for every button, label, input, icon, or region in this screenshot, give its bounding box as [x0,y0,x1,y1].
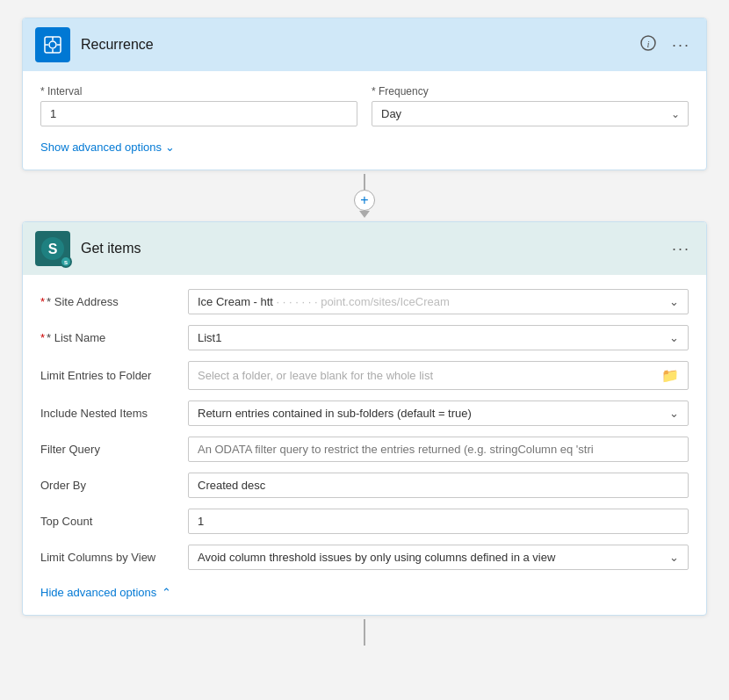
list-name-value: List1 [198,331,662,344]
top-count-label: Top Count [40,515,188,528]
hide-advanced-label: Hide advanced options [40,586,156,599]
filter-query-label: Filter Query [40,443,188,456]
show-advanced-label: Show advanced options [40,141,162,154]
recurrence-header: Recurrence i ··· [23,18,706,71]
limit-columns-row: Limit Columns by View Avoid column thres… [40,545,689,570]
order-by-label: Order By [40,479,188,492]
limit-folder-row: Limit Entries to Folder Select a folder,… [40,361,689,390]
include-nested-field: Return entries contained in sub-folders … [188,401,689,426]
frequency-select-wrapper: Day Week Month ⌄ [372,101,689,126]
hide-advanced-button[interactable]: Hide advanced options ⌃ [40,581,171,601]
site-address-chevron-icon: ⌄ [669,295,679,308]
filter-query-field [188,437,689,462]
limit-columns-select[interactable]: Avoid column threshold issues by only us… [188,545,689,570]
connector-arrow [359,211,370,218]
hide-advanced-chevron-icon: ⌃ [162,586,171,599]
include-nested-select[interactable]: Return entries contained in sub-folders … [188,401,689,426]
svg-point-1 [49,41,56,48]
show-advanced-button[interactable]: Show advanced options ⌄ [40,139,175,155]
get-items-body: ** Site Address Ice Cream - htt · · · · … [23,275,706,615]
folder-icon: 📁 [661,367,679,384]
top-count-input[interactable] [188,509,689,534]
svg-text:S: S [48,242,58,256]
get-items-header: S s Get items ··· [23,222,706,275]
filter-query-input[interactable] [188,437,689,462]
filter-query-row: Filter Query [40,437,689,462]
order-by-input[interactable] [188,473,689,498]
list-name-label: ** List Name [40,331,188,344]
recurrence-actions: i ··· [637,33,694,56]
order-by-row: Order By [40,473,689,498]
limit-columns-chevron-icon: ⌄ [669,551,679,564]
interval-group: * Interval [40,85,357,126]
top-count-field [188,509,689,534]
recurrence-title: Recurrence [81,37,637,53]
get-items-card: S s Get items ··· ** Site Address [22,221,707,616]
recurrence-body: * Interval * Frequency Day Week Month ⌄ [23,71,706,170]
top-count-row: Top Count [40,509,689,534]
plus-icon: + [360,192,368,208]
frequency-group: * Frequency Day Week Month ⌄ [372,85,689,126]
limit-folder-placeholder: Select a folder, or leave blank for the … [198,369,654,382]
list-name-select[interactable]: List1 ⌄ [188,325,689,350]
include-nested-label: Include Nested Items [40,407,188,420]
site-address-field: Ice Cream - htt · · · · · · · point.com/… [188,289,689,314]
limit-folder-field: Select a folder, or leave blank for the … [188,361,689,390]
frequency-label: * Frequency [372,85,689,97]
recurrence-fields-row: * Interval * Frequency Day Week Month ⌄ [40,85,689,126]
limit-folder-label: Limit Entries to Folder [40,369,188,382]
get-items-icon: S s [35,231,70,266]
connector-1: + [354,174,375,218]
recurrence-icon [35,27,70,62]
interval-label: * Interval [40,85,357,97]
limit-columns-label: Limit Columns by View [40,551,188,564]
limit-columns-value: Avoid column threshold issues by only us… [198,551,662,564]
add-step-button[interactable]: + [354,190,375,211]
order-by-field [188,473,689,498]
include-nested-value: Return entries contained in sub-folders … [198,407,662,420]
list-name-field: List1 ⌄ [188,325,689,350]
recurrence-info-button[interactable]: i [637,33,660,56]
get-items-title: Get items [81,241,668,256]
interval-input[interactable] [40,101,357,126]
site-address-label: ** Site Address [40,295,188,308]
list-name-chevron-icon: ⌄ [669,331,679,344]
bottom-connector-line [364,619,365,646]
include-nested-chevron-icon: ⌄ [669,407,679,420]
include-nested-row: Include Nested Items Return entries cont… [40,401,689,426]
site-address-select[interactable]: Ice Cream - htt · · · · · · · point.com/… [188,289,689,314]
get-items-actions: ··· [668,238,694,260]
get-items-more-button[interactable]: ··· [668,238,694,260]
bottom-connector [364,619,365,646]
frequency-select[interactable]: Day Week Month [372,101,689,126]
site-address-value: Ice Cream - htt · · · · · · · point.com/… [198,295,662,308]
limit-columns-field: Avoid column threshold issues by only us… [188,545,689,570]
list-name-row: ** List Name List1 ⌄ [40,325,689,350]
limit-folder-input[interactable]: Select a folder, or leave blank for the … [188,361,689,390]
svg-text:i: i [646,39,649,49]
connector-line-top [364,174,365,190]
site-address-row: ** Site Address Ice Cream - htt · · · · … [40,289,689,314]
show-advanced-chevron-icon: ⌄ [165,141,175,154]
recurrence-card: Recurrence i ··· * Interval [22,18,707,170]
recurrence-more-button[interactable]: ··· [668,34,694,56]
